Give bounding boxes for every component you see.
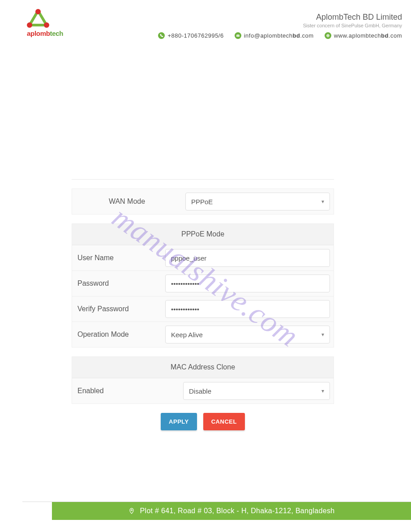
apply-button[interactable]: APPLY bbox=[161, 413, 197, 430]
footer-address: Plot # 641, Road # 03, Block - H, Dhaka-… bbox=[140, 507, 335, 515]
username-label: User Name bbox=[72, 245, 162, 270]
contact-email: info@aplombtechbd.com bbox=[235, 32, 314, 39]
operation-mode-select[interactable]: Keep Alive bbox=[165, 326, 330, 343]
phone-icon bbox=[158, 32, 165, 39]
phone-text: +880-1706762995/6 bbox=[167, 32, 223, 39]
company-subtitle: Sister concern of SinePulse GmbH, German… bbox=[303, 23, 402, 28]
pppoe-section-header: PPPoE Mode bbox=[72, 223, 334, 245]
settings-panel: WAN Mode PPPoE PPPoE Mode User Name Pass… bbox=[72, 179, 334, 430]
operation-mode-label: Operation Mode bbox=[72, 322, 162, 347]
svg-point-2 bbox=[27, 22, 32, 28]
row-wan-mode: WAN Mode PPPoE bbox=[72, 189, 334, 215]
company-name: AplombTech BD Limited bbox=[303, 13, 402, 22]
contact-row: +880-1706762995/6 info@aplombtechbd.com … bbox=[158, 32, 402, 39]
page-header: aplombtech AplombTech BD Limited Sister … bbox=[0, 0, 411, 45]
logo-text-left: aplomb bbox=[27, 30, 50, 37]
contact-web: www.aplombtechbd.com bbox=[325, 32, 402, 39]
svg-point-0 bbox=[35, 9, 41, 14]
globe-icon bbox=[325, 32, 331, 39]
map-pin-icon bbox=[128, 508, 135, 514]
section-pppoe: PPPoE Mode User Name Password Verify Pas… bbox=[72, 223, 334, 348]
email-icon bbox=[235, 32, 241, 39]
wan-mode-label: WAN Mode bbox=[72, 189, 182, 214]
wan-mode-select[interactable]: PPPoE bbox=[185, 193, 330, 210]
logo-text-right: tech bbox=[50, 30, 64, 37]
section-mac-clone: MAC Address Clone Enabled Disable bbox=[72, 356, 334, 404]
email-text: info@aplombtechbd.com bbox=[244, 32, 314, 39]
password-label: Password bbox=[72, 271, 162, 296]
svg-point-5 bbox=[131, 510, 132, 511]
header-right: AplombTech BD Limited Sister concern of … bbox=[303, 13, 402, 28]
enabled-label: Enabled bbox=[72, 378, 180, 403]
logo: aplombtech bbox=[27, 9, 63, 37]
button-row: APPLY CANCEL bbox=[72, 413, 334, 430]
row-verify-password: Verify Password bbox=[72, 296, 334, 322]
row-username: User Name bbox=[72, 245, 334, 271]
wan-mode-value: PPPoE bbox=[191, 198, 213, 206]
divider bbox=[72, 179, 334, 180]
enabled-select[interactable]: Disable bbox=[183, 382, 330, 400]
logo-text: aplombtech bbox=[27, 30, 63, 37]
web-text: www.aplombtechbd.com bbox=[334, 32, 402, 39]
enabled-value: Disable bbox=[189, 387, 211, 395]
username-input[interactable] bbox=[165, 249, 330, 267]
row-password: Password bbox=[72, 271, 334, 296]
svg-point-1 bbox=[44, 22, 49, 28]
verify-password-input[interactable] bbox=[165, 300, 330, 318]
operation-mode-value: Keep Alive bbox=[171, 331, 203, 339]
contact-phone: +880-1706762995/6 bbox=[158, 32, 223, 39]
mac-section-header: MAC Address Clone bbox=[72, 356, 334, 378]
row-enabled: Enabled Disable bbox=[72, 378, 334, 404]
cancel-button[interactable]: CANCEL bbox=[203, 413, 245, 430]
verify-password-label: Verify Password bbox=[72, 296, 162, 322]
footer: Plot # 641, Road # 03, Block - H, Dhaka-… bbox=[52, 502, 411, 520]
logo-triangle-icon bbox=[27, 9, 49, 29]
password-input[interactable] bbox=[165, 275, 330, 292]
row-operation-mode: Operation Mode Keep Alive bbox=[72, 322, 334, 348]
